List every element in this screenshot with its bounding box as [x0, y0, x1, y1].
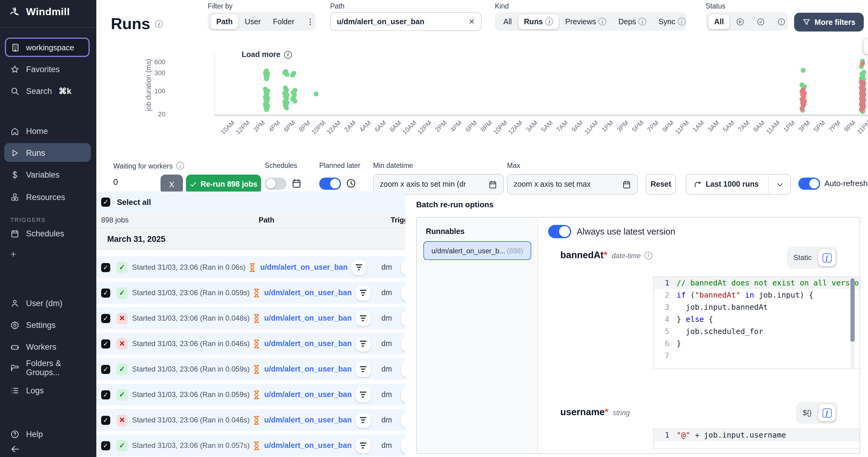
select-all-checkbox[interactable]: ✓	[101, 197, 110, 206]
workspace-switcher[interactable]: workingspace	[5, 37, 90, 57]
sidebar-item-help[interactable]: Help	[0, 426, 96, 442]
info-icon[interactable]: i	[644, 251, 652, 259]
runnable-item[interactable]: u/dm/alert_on_user_b... (898)	[424, 241, 531, 260]
kind-deps[interactable]: Depsi	[613, 14, 652, 29]
filter-by-path[interactable]: Path	[211, 14, 238, 29]
scatter-point-failure[interactable]	[859, 108, 864, 112]
table-row[interactable]: ✓✕Started 31/03, 23:06 (Ran in 0.046s) u…	[96, 333, 405, 354]
row-more-button[interactable]	[401, 336, 405, 351]
row-more-button[interactable]	[401, 412, 405, 428]
kebab-menu-icon[interactable]: ⋮	[301, 14, 319, 29]
sidebar-item-favorites[interactable]: Favorites	[0, 61, 96, 78]
windmill-logo[interactable]: Windmill	[8, 6, 70, 18]
kind-runs[interactable]: Runsi	[519, 14, 559, 29]
code-line[interactable]: 6}	[654, 338, 860, 350]
row-path-link[interactable]: u/dm/alert_on_user_ban	[264, 365, 352, 373]
scatter-point-success[interactable]	[284, 106, 289, 110]
scatter-point-success[interactable]	[314, 91, 319, 96]
last-runs-dropdown[interactable]: Last 1000 runs	[686, 174, 791, 195]
filter-by-user[interactable]: User	[239, 14, 266, 29]
scatter-point-failure[interactable]	[800, 106, 804, 111]
sidebar-item-search[interactable]: Search ⌘k	[0, 82, 96, 99]
code-line[interactable]: 1// bannedAt does not exist on all versi…	[654, 277, 860, 289]
mode-static[interactable]: Static	[789, 253, 816, 262]
status-success-icon[interactable]	[751, 14, 771, 29]
row-filter-button[interactable]	[355, 285, 370, 300]
mode-javascript-button[interactable]: f	[818, 404, 835, 421]
scatter-point-success[interactable]	[264, 76, 269, 81]
table-row[interactable]: ✓✕Started 31/03, 23:06 (Ran in 0.048s) u…	[96, 307, 405, 329]
row-path-link[interactable]: u/dm/alert_on_user_ban	[264, 441, 352, 450]
row-filter-button[interactable]	[351, 260, 367, 275]
sidebar-item-runs[interactable]: Runs	[0, 144, 96, 161]
mode-template[interactable]: ${}	[799, 408, 816, 417]
scatter-point-success[interactable]	[801, 68, 806, 73]
status-all[interactable]: All	[709, 14, 729, 29]
sidebar-item-home[interactable]: Home	[0, 122, 96, 139]
row-filter-button[interactable]	[355, 387, 370, 402]
row-more-button[interactable]	[401, 387, 405, 402]
row-filter-button[interactable]	[355, 438, 370, 453]
row-path-link[interactable]: u/dm/alert_on_user_ban	[264, 288, 352, 297]
scatter-point-success[interactable]	[285, 72, 289, 77]
table-row[interactable]: ✓✓Started 31/03, 23:06 (Ran in 0.057s) u…	[96, 435, 405, 456]
sidebar-item-variables[interactable]: Variables	[0, 166, 96, 183]
table-row[interactable]: ✓✓Started 31/03, 23:06 (Ran in 0.059s) u…	[96, 282, 405, 304]
row-path-link[interactable]: u/dm/alert_on_user_ban	[264, 390, 352, 399]
runs-info-icon[interactable]: i	[155, 20, 163, 28]
calendar-icon[interactable]	[488, 180, 497, 189]
sidebar-item-logs[interactable]: Logs	[0, 382, 96, 399]
path-input[interactable]: u/dm/alert_on_user_ban ✕	[330, 12, 482, 31]
kind-all[interactable]: All	[498, 14, 517, 29]
last-runs-chevron-button[interactable]	[769, 180, 790, 188]
schedules-toggle[interactable]	[265, 178, 286, 190]
table-row[interactable]: ✓✓Started 31/03, 23:06 (Ran in 0.059s) u…	[96, 358, 405, 380]
row-checkbox[interactable]: ✓	[101, 263, 110, 272]
code-line[interactable]: 1"@" + job.input.username	[654, 429, 860, 441]
sidebar-item-user[interactable]: User (dm)	[0, 294, 96, 312]
code-line[interactable]: 4} else {	[654, 313, 860, 325]
row-filter-button[interactable]	[355, 311, 370, 326]
kind-previews[interactable]: Previewsi	[560, 14, 612, 29]
status-running-icon[interactable]	[731, 14, 750, 29]
row-path-link[interactable]: u/dm/alert_on_user_ban	[264, 339, 352, 348]
scatter-point-success[interactable]	[292, 99, 298, 104]
row-path-link[interactable]: u/dm/alert_on_user_ban	[260, 263, 348, 272]
more-filters-button[interactable]: More filters	[794, 13, 864, 31]
reset-button[interactable]: Reset	[646, 174, 676, 195]
code-line[interactable]: 3 job.input.bannedAt	[654, 301, 860, 313]
schedules-calendar-icon[interactable]	[291, 178, 302, 189]
username-code-editor[interactable]: 1"@" + job.input.username	[653, 429, 860, 449]
row-checkbox[interactable]: ✓	[101, 416, 110, 425]
sidebar-item-resources[interactable]: Resources	[0, 189, 96, 205]
auto-refresh-toggle[interactable]	[798, 178, 820, 190]
sidebar-item-settings[interactable]: Settings	[0, 316, 96, 333]
code-line[interactable]: 5 job.scheduled_for	[654, 325, 860, 338]
sidebar-item-workers[interactable]: Workers	[0, 338, 96, 355]
max-datetime-input[interactable]: zoom x axis to set max	[507, 174, 638, 195]
row-more-button[interactable]	[401, 362, 405, 377]
mode-javascript-button[interactable]: f	[818, 249, 835, 266]
sidebar-collapse-button[interactable]	[0, 440, 96, 457]
banned-code-editor[interactable]: 1// bannedAt does not exist on all versi…	[653, 276, 860, 369]
row-checkbox[interactable]: ✓	[101, 365, 110, 374]
row-checkbox[interactable]: ✓	[101, 288, 110, 297]
filter-by-folder[interactable]: Folder	[268, 14, 300, 29]
sidebar-item-schedules[interactable]: Schedules	[0, 225, 96, 242]
cancel-selection-button[interactable]: X	[160, 175, 183, 194]
kind-sync[interactable]: Synci	[653, 14, 691, 29]
rerun-jobs-button[interactable]: Re-run 898 jobs	[186, 175, 261, 194]
table-row[interactable]: ✓✓Started 31/03, 23:06 (Ran in 0.059s) u…	[96, 384, 405, 405]
row-filter-button[interactable]	[355, 412, 370, 428]
row-checkbox[interactable]: ✓	[101, 339, 110, 348]
row-path-link[interactable]: u/dm/alert_on_user_ban	[264, 314, 352, 322]
planned-later-toggle[interactable]	[319, 178, 341, 190]
row-more-button[interactable]	[401, 285, 405, 300]
load-more-button[interactable]: Load more i	[242, 50, 292, 59]
row-checkbox[interactable]: ✓	[101, 314, 110, 323]
scatter-point-success[interactable]	[290, 73, 295, 77]
status-failure-icon[interactable]	[772, 14, 791, 29]
row-filter-button[interactable]	[355, 336, 370, 351]
row-checkbox[interactable]: ✓	[101, 390, 110, 399]
row-checkbox[interactable]: ✓	[101, 441, 110, 450]
